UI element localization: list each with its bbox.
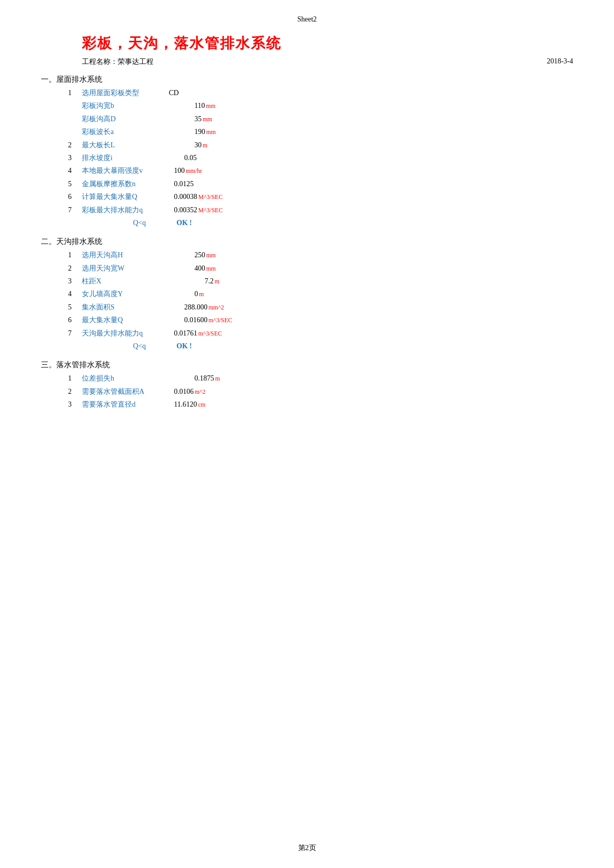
table-row: 7 天沟最大排水能力q 0.01761 m^3/SEC [51,328,573,339]
row-label: 需要落水管截面积A [82,386,164,397]
row-num: 4 [51,288,72,300]
section2-content: 1 选用天沟高H 250 mm 2 选用天沟宽W 400 mm 3 柱距X 7.… [51,250,573,352]
row-value: 0.01761 [174,328,198,339]
row-unit: m^3/SEC [209,316,232,325]
row-num: 5 [51,179,72,190]
row-value: 110 [194,100,205,112]
row-unit: cm [198,400,206,410]
section1-title: 一。屋面排水系统 [41,75,573,84]
row-num: 3 [51,399,72,410]
row-value: 0.1875 [194,373,214,384]
row-value: 0 [194,288,198,300]
row-unit: m [199,290,204,299]
row-unit: mm/hr [186,166,202,176]
row-label: 计算最大集水量Q [82,191,164,203]
row-value: 288.000 [184,302,208,313]
row-num: 3 [51,276,72,287]
table-row: 6 计算最大集水量Q 0.00038 M^3/SEC [51,191,573,203]
row-label: 彩板沟高D [82,114,164,125]
table-row: 2 最大板长L 30 m [51,140,573,151]
row-value: 0.0106 [174,386,194,397]
q-compare-label2: Q<q [133,341,146,352]
row-num: 4 [51,165,72,176]
row-num: 2 [51,263,72,274]
row-value: 0.00352 [174,205,198,216]
row-label: 选用天沟宽W [82,263,164,274]
row-label: 天沟最大排水能力q [82,328,164,339]
section-roof: 一。屋面排水系统 1 选用屋面彩板类型 CD 彩板沟宽b 110 mm 彩板沟高… [41,75,573,229]
row-unit: mm [206,251,216,260]
page-footer: 第2页 [0,843,614,853]
row-num: 1 [51,87,72,99]
row-unit: M^3/SEC [199,192,223,202]
row-extra: CD [169,87,179,99]
project-date: 2018-3-4 [547,57,573,66]
row-unit: m^3/SEC [199,329,222,339]
row-label: 柱距X [82,276,164,287]
row-num: 7 [51,328,72,339]
table-row: 3 柱距X 7.2 m [51,276,573,287]
table-row: 3 排水坡度i 0.05 [51,152,573,164]
row-label: 女儿墙高度Y [82,288,164,300]
row-label: 本地最大暴雨强度v [82,165,164,176]
table-row: 5 金属板摩擦系数n 0.0125 [51,179,573,190]
row-unit: mm [206,127,216,137]
row-label: 彩板波长a [82,126,164,138]
row-num: 3 [51,152,72,164]
table-row: 7 彩板最大排水能力q 0.00352 M^3/SEC [51,205,573,216]
q-compare-row2: Q<q OK ! [133,341,573,352]
row-label: 彩板沟宽b [82,100,164,112]
project-info: 工程名称：荣事达工程 2018-3-4 [82,57,573,66]
row-value: 0.0125 [174,179,194,190]
section-gutter: 二。天沟排水系统 1 选用天沟高H 250 mm 2 选用天沟宽W 400 mm… [41,237,573,352]
page-container: Sheet2 彩板，天沟，落水管排水系统 工程名称：荣事达工程 2018-3-4… [0,0,614,868]
row-label: 金属板摩擦系数n [82,179,164,190]
row-value: 100 [174,165,185,176]
row-value: 400 [194,263,205,274]
row-unit: mm [206,264,216,274]
row-num: 1 [51,250,72,261]
row-unit: m^2 [195,387,206,397]
project-name: 工程名称：荣事达工程 [82,57,154,66]
table-row: 彩板波长a 190 mm [51,126,573,138]
section-pipe: 三。落水管排水系统 1 位差损失h 0.1875 m 2 需要落水管截面积A 0… [41,360,573,410]
section2-title: 二。天沟排水系统 [41,237,573,247]
sheet-title: Sheet2 [41,15,573,24]
table-row: 5 集水面积S 288.000 mm^2 [51,302,573,313]
table-row: 4 女儿墙高度Y 0 m [51,288,573,300]
row-num: 2 [51,140,72,151]
q-compare-row: Q<q OK ! [133,217,573,229]
row-value: 35 [194,114,202,125]
row-label: 需要落水管直径d [82,399,164,410]
table-row: 彩板沟宽b 110 mm [51,100,573,112]
row-unit: m [203,141,207,150]
section3-title: 三。落水管排水系统 [41,360,573,370]
row-label: 选用屋面彩板类型 [82,87,164,99]
row-num: 1 [51,373,72,384]
table-row: 6 最大集水量Q 0.01600 m^3/SEC [51,315,573,326]
table-row: 4 本地最大暴雨强度v 100 mm/hr [51,165,573,176]
row-value: 30 [194,140,202,151]
row-value: 190 [194,126,205,138]
row-num: 2 [51,386,72,397]
row-num: 5 [51,302,72,313]
table-row: 3 需要落水管直径d 11.6120 cm [51,399,573,410]
table-row: 1 选用天沟高H 250 mm [51,250,573,261]
row-value: 0.00038 [174,191,198,203]
row-value: 11.6120 [174,399,197,410]
ok-label2: OK ! [177,341,192,352]
row-label: 排水坡度i [82,152,164,164]
row-label: 选用天沟高H [82,250,164,261]
row-unit: mm [203,115,212,124]
row-num: 7 [51,205,72,216]
row-unit: m [215,374,220,384]
row-unit: m [215,277,220,286]
row-unit: mm^2 [209,303,224,313]
row-label: 彩板最大排水能力q [82,205,164,216]
table-row: 2 需要落水管截面积A 0.0106 m^2 [51,386,573,397]
row-unit: mm [206,101,215,111]
section1-content: 1 选用屋面彩板类型 CD 彩板沟宽b 110 mm 彩板沟高D 35 mm [51,87,573,229]
row-value: 7.2 [205,276,214,287]
ok-label: OK ! [177,217,192,229]
main-title: 彩板，天沟，落水管排水系统 [82,34,573,53]
